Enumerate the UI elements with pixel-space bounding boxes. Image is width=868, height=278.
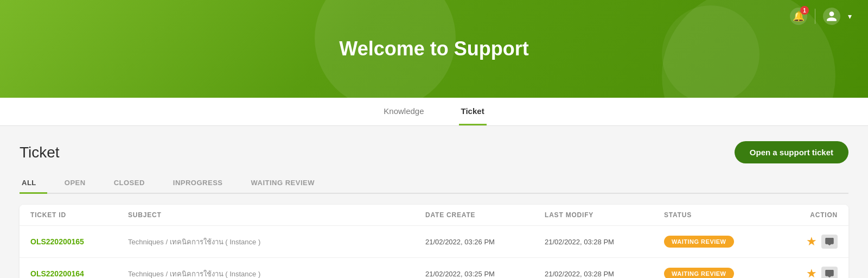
content-area: Ticket Open a support ticket ALL OPEN CL… — [0, 126, 868, 278]
ticket-actions-0: ★ — [773, 235, 838, 249]
filter-tab-closed[interactable]: CLOSED — [112, 174, 156, 194]
star-button-1[interactable]: ★ — [806, 267, 817, 278]
hero-section: Welcome to Support 🔔 1 ▾ — [0, 0, 868, 98]
ticket-last-modify-0: 21/02/2022, 03:28 PM — [545, 238, 664, 246]
col-header-action: ACTION — [773, 211, 838, 219]
ticket-last-modify-1: 21/02/2022, 03:28 PM — [545, 270, 664, 278]
page-title: Ticket — [20, 144, 60, 161]
col-header-last-modify: LAST MODIFY — [545, 211, 664, 219]
col-header-status: STATUS — [664, 211, 773, 219]
chat-button-0[interactable] — [821, 235, 838, 249]
col-header-date-create: DATE CREATE — [425, 211, 545, 219]
filter-tabs: ALL OPEN CLOSED INPROGRESS WAITING REVIE… — [20, 174, 848, 194]
nav-tabs-bar: Knowledge Ticket — [0, 98, 868, 126]
status-badge-1: WAITING REVIEW — [664, 268, 734, 278]
ticket-status-1: WAITING REVIEW — [664, 268, 773, 278]
filter-tab-all[interactable]: ALL — [20, 174, 47, 194]
notification-bell[interactable]: 🔔 1 — [790, 8, 807, 25]
ticket-actions-1: ★ — [773, 267, 838, 278]
ticket-subject-0: Techniques / เทคนิคการใช้งาน ( Instance … — [128, 236, 425, 248]
ticket-table: TICKET ID SUBJECT DATE CREATE LAST MODIF… — [20, 205, 848, 278]
hero-title: Welcome to Support — [339, 37, 528, 60]
col-header-ticket-id: TICKET ID — [30, 211, 128, 219]
header-actions: 🔔 1 ▾ — [790, 8, 852, 25]
header-divider — [815, 9, 815, 24]
filter-tab-open[interactable]: OPEN — [62, 174, 97, 194]
ticket-id-1[interactable]: OLS220200164 — [30, 269, 128, 278]
notification-badge: 1 — [800, 6, 809, 15]
chat-button-1[interactable] — [821, 267, 838, 278]
ticket-status-0: WAITING REVIEW — [664, 236, 773, 248]
col-header-subject: SUBJECT — [128, 211, 425, 219]
star-button-0[interactable]: ★ — [806, 235, 817, 249]
filter-tab-inprogress[interactable]: INPROGRESS — [171, 174, 234, 194]
status-badge-0: WAITING REVIEW — [664, 236, 734, 248]
table-header: TICKET ID SUBJECT DATE CREATE LAST MODIF… — [20, 205, 848, 226]
user-avatar-icon[interactable] — [823, 8, 840, 25]
ticket-date-create-0: 21/02/2022, 03:26 PM — [425, 238, 545, 246]
open-support-ticket-button[interactable]: Open a support ticket — [735, 141, 848, 163]
ticket-date-create-1: 21/02/2022, 03:25 PM — [425, 270, 545, 278]
content-header: Ticket Open a support ticket — [20, 141, 848, 163]
chevron-down-icon[interactable]: ▾ — [848, 12, 852, 21]
table-row: OLS220200165 Techniques / เทคนิคการใช้งา… — [20, 226, 848, 258]
hero-decoration-3 — [662, 5, 760, 98]
tab-ticket[interactable]: Ticket — [459, 98, 487, 125]
ticket-id-0[interactable]: OLS220200165 — [30, 237, 128, 246]
ticket-subject-1: Techniques / เทคนิคการใช้งาน ( Instance … — [128, 268, 425, 279]
filter-tab-waiting-review[interactable]: WAITING REVIEW — [248, 174, 326, 194]
tab-knowledge[interactable]: Knowledge — [381, 98, 426, 125]
table-row: OLS220200164 Techniques / เทคนิคการใช้งา… — [20, 258, 848, 278]
